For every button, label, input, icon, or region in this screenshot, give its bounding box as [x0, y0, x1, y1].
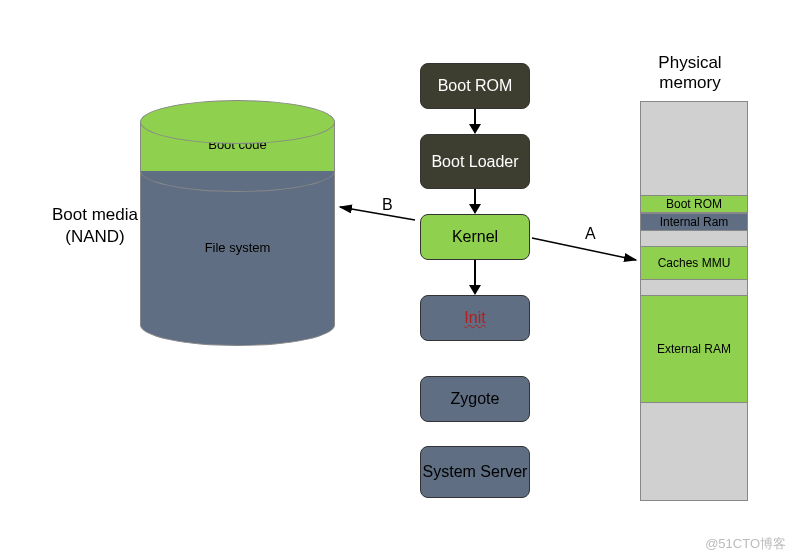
node-boot-rom: Boot ROM — [420, 63, 530, 109]
connector-label-b: B — [382, 196, 393, 214]
arrow-kernel-init — [470, 260, 480, 295]
memory-seg-external-ram: External RAM — [640, 295, 748, 403]
node-zygote: Zygote — [420, 376, 530, 422]
memory-seg-caches-mmu: Caches MMU — [640, 246, 748, 280]
watermark: @51CTO博客 — [705, 535, 786, 553]
node-kernel: Kernel — [420, 214, 530, 260]
memory-title: Physical memory — [635, 53, 745, 94]
arrow-bootloader-kernel — [470, 189, 480, 214]
node-boot-rom-label: Boot ROM — [438, 76, 513, 95]
node-system-server: System Server — [420, 446, 530, 498]
memory-seg-internal-ram-label: Internal Ram — [660, 215, 729, 229]
node-system-server-label: System Server — [423, 462, 528, 481]
arrow-b — [340, 207, 415, 220]
filesystem-label: File system — [205, 240, 271, 255]
memory-seg-boot-rom-label: Boot ROM — [666, 197, 722, 211]
boot-media-caption: Boot media (NAND) — [50, 204, 140, 248]
node-boot-loader-label: Boot Loader — [431, 152, 518, 171]
memory-seg-external-ram-label: External RAM — [657, 342, 731, 356]
memory-seg-boot-rom: Boot ROM — [640, 195, 748, 213]
node-boot-loader: Boot Loader — [420, 134, 530, 189]
node-zygote-label: Zygote — [451, 389, 500, 408]
arrow-a — [532, 238, 636, 260]
node-init-label: Init — [464, 308, 485, 327]
connector-label-a: A — [585, 225, 596, 243]
node-kernel-label: Kernel — [452, 227, 498, 246]
memory-gap-2 — [640, 280, 748, 295]
arrow-bootrom-bootloader — [470, 109, 480, 134]
memory-seg-caches-mmu-label: Caches MMU — [658, 256, 731, 270]
node-init: Init — [420, 295, 530, 341]
memory-seg-internal-ram: Internal Ram — [640, 213, 748, 231]
memory-gap-1 — [640, 231, 748, 246]
cylinder-top — [140, 100, 335, 144]
boot-media-cylinder: File system Boot code — [140, 100, 335, 345]
cylinder-filesystem: File system — [140, 170, 335, 325]
